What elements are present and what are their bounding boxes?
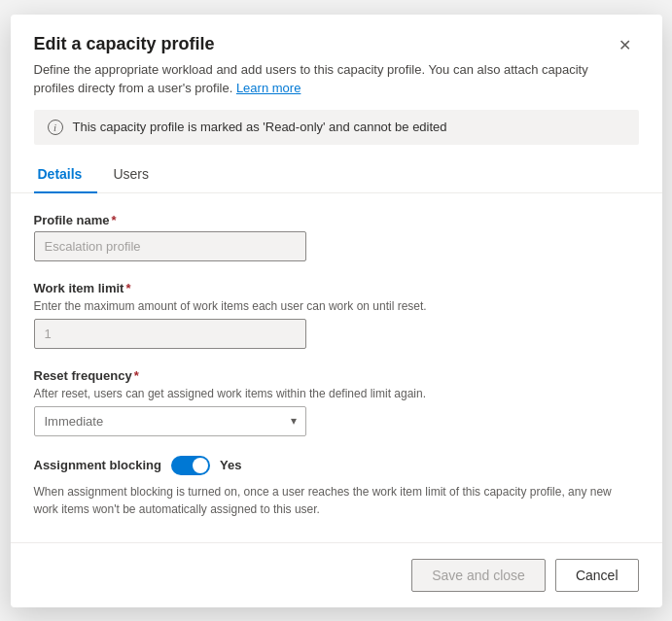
work-item-sublabel: Enter the maximum amount of work items e… [34,299,639,313]
profile-name-required: * [112,213,117,227]
dialog-header: Edit a capacity profile Define the appro… [11,15,662,110]
tab-details[interactable]: Details [34,156,98,193]
profile-name-input[interactable] [34,231,306,261]
close-icon: ✕ [619,36,631,54]
close-button[interactable]: ✕ [612,32,639,59]
toggle-knob [193,458,208,473]
save-and-close-button[interactable]: Save and close [411,559,546,592]
work-item-required: * [125,281,130,295]
reset-frequency-sublabel: After reset, users can get assigned work… [34,387,639,400]
work-item-limit-field: Work item limit* Enter the maximum amoun… [34,281,639,349]
reset-frequency-field: Reset frequency* After reset, users can … [34,368,639,436]
profile-name-field: Profile name* [34,213,639,261]
subtitle-text: Define the appropriate workload and add … [34,62,588,96]
dialog-title: Edit a capacity profile [34,34,608,54]
reset-frequency-select-wrapper: Immediate Daily Weekly Monthly ▾ [34,406,306,436]
info-icon: i [48,120,63,135]
cancel-button[interactable]: Cancel [555,559,639,592]
toggle-state-label: Yes [220,458,241,472]
assignment-blocking-label: Assignment blocking [34,458,161,472]
assignment-blocking-field: Assignment blocking Yes When assignment … [34,456,639,518]
dialog-subtitle: Define the appropriate workload and add … [34,60,608,98]
header-text: Edit a capacity profile Define the appro… [34,34,608,98]
assignment-blocking-description: When assignment blocking is turned on, o… [34,483,639,518]
work-item-limit-input[interactable] [34,319,306,349]
reset-frequency-label: Reset frequency* [34,368,639,383]
work-item-limit-label: Work item limit* [34,281,639,295]
tab-users[interactable]: Users [109,156,164,193]
toggle-row: Assignment blocking Yes [34,456,639,475]
notice-text: This capacity profile is marked as 'Read… [73,120,447,134]
dialog-body: Profile name* Work item limit* Enter the… [11,193,662,542]
assignment-blocking-toggle[interactable] [171,456,210,475]
learn-more-link[interactable]: Learn more [236,81,301,95]
reset-frequency-select[interactable]: Immediate Daily Weekly Monthly [34,406,306,436]
reset-frequency-required: * [134,368,139,383]
notice-bar: i This capacity profile is marked as 'Re… [34,110,639,145]
edit-capacity-dialog: Edit a capacity profile Define the appro… [11,15,662,607]
tabs-container: Details Users [11,156,662,193]
profile-name-label: Profile name* [34,213,639,227]
dialog-footer: Save and close Cancel [11,542,662,607]
